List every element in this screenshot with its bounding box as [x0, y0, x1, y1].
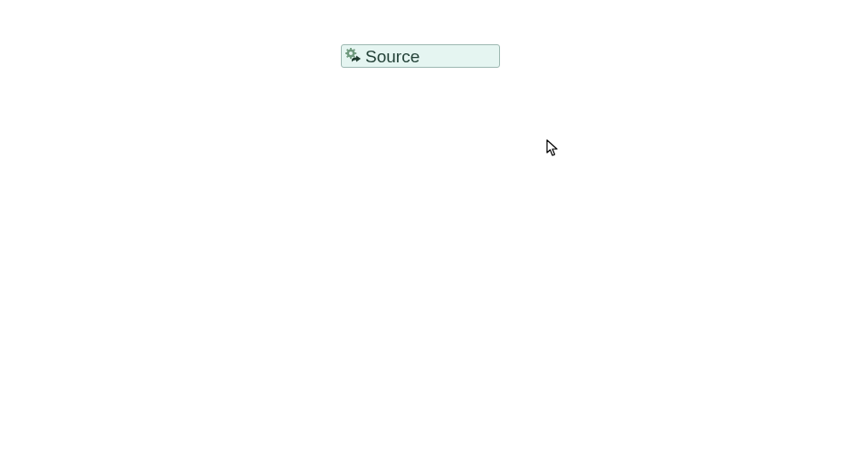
svg-rect-2 [350, 48, 352, 50]
svg-point-1 [349, 52, 353, 55]
svg-rect-3 [350, 57, 352, 59]
source-forward-icon [345, 48, 362, 64]
svg-rect-4 [345, 52, 347, 54]
mouse-cursor-icon [546, 139, 559, 157]
source-node-label: Source [365, 48, 420, 65]
source-node[interactable]: Source [341, 44, 500, 68]
svg-rect-5 [354, 52, 356, 54]
